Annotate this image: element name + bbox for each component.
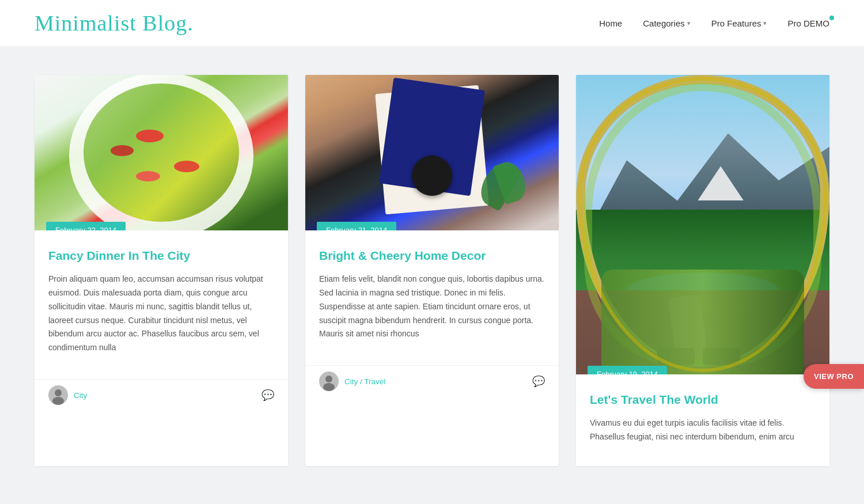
site-header: Minimalist Blog. Home Categories ▾ Pro F… [0,0,864,46]
svg-point-2 [52,397,64,405]
card-1-body: Fancy Dinner In The City Proin aliquam q… [35,230,288,377]
main-content: February 22, 2014 Fancy Dinner In The Ci… [0,46,864,489]
nav-pro-features[interactable]: Pro Features ▾ [711,18,767,28]
svg-point-5 [323,383,335,391]
card-1: February 22, 2014 Fancy Dinner In The Ci… [35,75,288,466]
card-1-avatar [48,385,68,405]
cards-grid: February 22, 2014 Fancy Dinner In The Ci… [35,75,829,466]
card-3: February 19, 2014 Let's Travel The World… [576,75,829,466]
logo-text: Minimalist Blog. [35,11,194,35]
card-2-comment-icon[interactable]: 💬 [532,375,545,388]
card-2-text: Etiam felis velit, blandit non congue qu… [319,272,545,341]
card-2-body: Bright & Cheery Home Decor Etiam felis v… [305,230,559,363]
card-1-author: City [48,385,87,405]
card-1-title[interactable]: Fancy Dinner In The City [48,248,274,263]
card-2: February 21, 2014 Bright & Cheery Home D… [305,75,559,466]
nav-pro-demo[interactable]: Pro DEMO [787,18,829,28]
card-3-image-wrap: February 19, 2014 [576,75,829,374]
card-1-category[interactable]: City [74,391,87,400]
card-2-date: February 21, 2014 [317,222,396,230]
card-3-text: Vivamus eu dui eget turpis iaculis facil… [590,416,816,444]
nav-home[interactable]: Home [599,18,622,28]
card-3-image [576,75,829,374]
card-2-avatar [319,372,339,391]
nav-categories[interactable]: Categories ▾ [643,18,691,28]
nav-home-label: Home [599,18,622,28]
card-2-cat-travel[interactable]: Travel [364,377,385,386]
chevron-down-icon: ▾ [763,20,767,27]
card-3-title[interactable]: Let's Travel The World [590,392,816,407]
view-pro-button[interactable]: VIEW PRO [804,364,864,389]
card-1-image-wrap: February 22, 2014 [35,75,288,230]
svg-point-1 [55,389,62,396]
nav-categories-label: Categories [643,18,685,28]
card-1-comment-icon[interactable]: 💬 [262,389,274,401]
pro-demo-dot [829,16,834,20]
nav-pro-demo-label: Pro DEMO [787,18,829,28]
card-2-footer: City / Travel 💬 [305,365,559,400]
card-2-category[interactable]: City / Travel [344,377,385,386]
chevron-down-icon: ▾ [687,20,691,27]
card-2-cat-city[interactable]: City [344,377,358,386]
svg-point-4 [325,376,332,382]
card-2-image [305,75,559,230]
card-2-title[interactable]: Bright & Cheery Home Decor [319,248,545,263]
card-1-footer: City 💬 [35,379,288,414]
card-1-image [35,75,288,230]
card-1-text: Proin aliquam quam leo, accumsan accumsa… [48,272,274,355]
card-3-body: Let's Travel The World Vivamus eu dui eg… [576,374,829,466]
card-1-date: February 22, 2014 [46,222,126,230]
nav-pro-features-label: Pro Features [711,18,761,28]
site-logo[interactable]: Minimalist Blog. [35,10,194,36]
card-2-author: City / Travel [319,372,385,391]
main-nav: Home Categories ▾ Pro Features ▾ Pro DEM… [599,18,829,28]
card-3-date: February 19, 2014 [588,366,667,374]
card-2-image-wrap: February 21, 2014 [305,75,559,230]
card-1-cat-link[interactable]: City [74,391,87,400]
